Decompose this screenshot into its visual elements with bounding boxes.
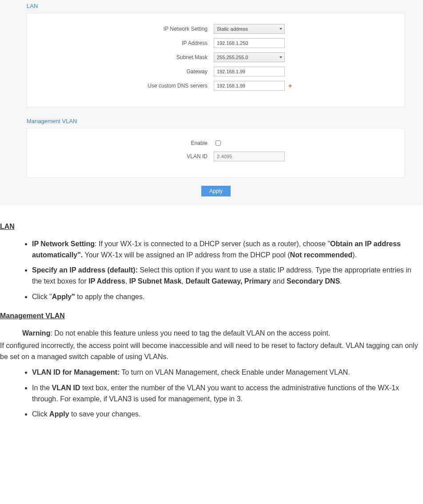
label-gateway: Gateway: [27, 68, 214, 75]
text: To turn on VLAN Management, check Enable…: [120, 368, 350, 376]
text: ,: [125, 277, 129, 285]
text-bold: Not recommended: [290, 251, 352, 259]
text-bold: Apply": [52, 293, 75, 300]
list-item: Click Apply to save your changes.: [32, 409, 423, 420]
vlan-enable-checkbox[interactable]: [215, 140, 221, 146]
doc-paragraph: If configured incorrectly, the access po…: [0, 340, 423, 363]
apply-button[interactable]: Apply: [201, 186, 231, 196]
vlan-panel: Enable VLAN ID: [27, 128, 405, 178]
ip-setting-select[interactable]: Static address: [214, 24, 285, 34]
text: to save your changes.: [69, 410, 141, 418]
text: : If your WX-1x is connected to a DHCP s…: [95, 240, 330, 248]
text-bold: Warning: [22, 329, 50, 337]
doc-list-vlan: VLAN ID for Management: To turn on VLAN …: [0, 367, 423, 420]
doc-heading-vlan: Management VLAN: [0, 311, 423, 322]
label-ip-address: IP Address: [27, 40, 214, 46]
list-item: VLAN ID for Management: To turn on VLAN …: [32, 367, 423, 378]
text-bold: IP Address: [88, 277, 125, 285]
ip-address-input[interactable]: [214, 38, 285, 48]
text-bold: Specify an IP address (default):: [32, 266, 138, 274]
label-subnet: Subnet Mask: [27, 54, 214, 60]
text-bold: IP Subnet Mask: [129, 277, 182, 285]
list-item: Click "Apply" to apply the changes.: [32, 292, 423, 303]
text: : Do not enable this feature unless you …: [50, 329, 330, 337]
row-ip-address: IP Address: [27, 38, 405, 48]
row-subnet: Subnet Mask 255.255.255.0: [27, 52, 405, 62]
text-bold: Secondary DNS: [287, 277, 340, 285]
row-gateway: Gateway: [27, 67, 405, 76]
vlan-id-input[interactable]: [214, 152, 285, 161]
list-item: IP Network Setting: If your WX-1x is con…: [32, 239, 423, 261]
text-bold: VLAN ID: [52, 384, 80, 392]
lan-section-title: LAN: [27, 0, 405, 13]
gateway-input[interactable]: [214, 67, 285, 76]
text: ,: [182, 277, 186, 285]
label-vlan-enable: Enable: [27, 140, 214, 146]
text-bold: VLAN ID for Management:: [32, 368, 120, 376]
label-dns: Use custom DNS servers: [27, 83, 214, 89]
vlan-section-title: Management VLAN: [27, 115, 405, 128]
text: .: [340, 277, 342, 285]
text-bold: IP Network Setting: [32, 240, 95, 248]
text: Your WX-1x will be assigned an IP addres…: [83, 251, 290, 259]
text-bold: Default Gateway, Primary: [186, 277, 271, 285]
row-ip-setting: IP Network Setting Static address: [27, 24, 405, 34]
apply-row: Apply: [27, 186, 405, 196]
dns-input[interactable]: [214, 81, 285, 91]
row-vlan-id: VLAN ID: [27, 152, 405, 161]
doc-heading-lan: LAN: [0, 221, 423, 232]
text: text box, enter the number of the VLAN y…: [32, 384, 399, 403]
doc-body: LAN IP Network Setting: If your WX-1x is…: [0, 205, 423, 441]
doc-list-lan: IP Network Setting: If your WX-1x is con…: [0, 239, 423, 303]
text: and: [271, 277, 287, 285]
label-vlan-id: VLAN ID: [27, 153, 214, 160]
label-ip-setting: IP Network Setting: [27, 26, 214, 32]
list-item: In the VLAN ID text box, enter the numbe…: [32, 383, 423, 405]
text: In the: [32, 384, 52, 392]
text: ).: [352, 251, 357, 259]
text: Click ": [32, 293, 52, 300]
doc-paragraph: Warning: Do not enable this feature unle…: [0, 328, 423, 339]
row-dns: Use custom DNS servers +: [27, 81, 405, 91]
lan-panel: IP Network Setting Static address IP Add…: [27, 13, 405, 107]
text: Click: [32, 410, 49, 418]
list-item: Specify an IP address (default): Select …: [32, 265, 423, 287]
text-bold: Apply: [49, 410, 69, 418]
plus-icon[interactable]: +: [288, 82, 292, 89]
subnet-select[interactable]: 255.255.255.0: [214, 52, 285, 62]
row-vlan-enable: Enable: [27, 139, 405, 147]
text: to apply the changes.: [75, 293, 145, 300]
config-area: LAN IP Network Setting Static address IP…: [0, 0, 423, 205]
